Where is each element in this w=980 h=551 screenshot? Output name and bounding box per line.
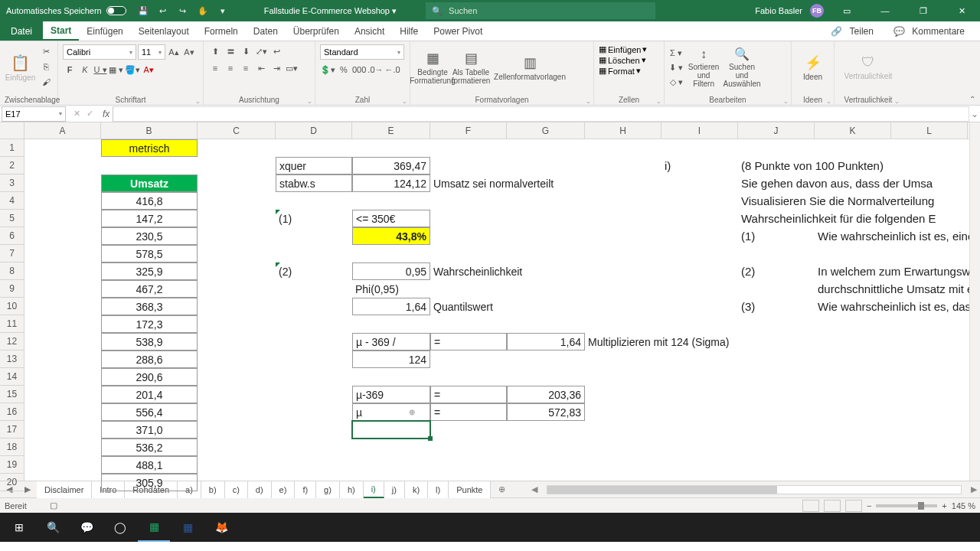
col-header[interactable]: H (585, 122, 662, 139)
border-button[interactable]: ▦ ▾ (109, 63, 123, 77)
cell-E13[interactable]: 124 (352, 350, 430, 368)
indent-inc-icon[interactable]: ⇥ (270, 61, 283, 75)
row-header[interactable]: 17 (0, 421, 24, 439)
cell-B11[interactable]: 172,3 (101, 315, 198, 333)
cell-G12[interactable]: 1,64 (507, 333, 585, 350)
decrease-font-icon[interactable]: A▾ (182, 45, 196, 59)
cell-B9[interactable]: 467,2 (101, 280, 198, 298)
zoom-value[interactable]: 145 % (952, 501, 975, 510)
row-header[interactable]: 20 (0, 474, 24, 491)
cell-B18[interactable]: 536,2 (101, 439, 198, 456)
tab-data[interactable]: Daten (246, 21, 286, 41)
cell-styles-button[interactable]: ▥Zellenformatvorlagen (492, 44, 568, 90)
cell-G15[interactable]: 203,36 (507, 386, 585, 403)
row-header[interactable]: 7 (0, 245, 24, 262)
col-header[interactable]: C (198, 122, 276, 139)
cell-B12[interactable]: 538,9 (101, 333, 198, 350)
cell-E5[interactable]: <= 350€ (352, 210, 430, 227)
cell-B3[interactable]: Umsatz (101, 174, 198, 192)
cell-D5[interactable]: (1) (276, 210, 352, 227)
sheet-tab[interactable]: i) (364, 481, 384, 498)
cell-D3[interactable]: stabw.s (276, 174, 352, 192)
cell-D8[interactable]: (2) (276, 262, 352, 280)
cell-E10[interactable]: 1,64 (352, 298, 430, 315)
cell-E3[interactable]: 124,12 (352, 174, 430, 192)
tab-insert[interactable]: Einfügen (79, 21, 130, 41)
taskbar-app2-icon[interactable]: ◯ (104, 513, 136, 542)
bold-button[interactable]: F (63, 63, 77, 77)
orientation-icon[interactable]: ⤢▾ (254, 44, 268, 58)
sort-filter-button[interactable]: ↕Sortieren und Filtern (686, 44, 721, 90)
comments-button[interactable]: 💬 Kommentare (889, 26, 974, 37)
cell-F16[interactable]: = (430, 403, 507, 421)
tab-layout[interactable]: Seitenlayout (131, 21, 197, 41)
sheet-tab[interactable]: e) (272, 481, 296, 498)
ribbon-mode-icon[interactable]: ▭ (831, 0, 862, 21)
horizontal-scrollbar[interactable] (547, 485, 962, 494)
row-header[interactable]: 2 (0, 157, 24, 174)
row-header[interactable]: 15 (0, 386, 24, 403)
row-header[interactable]: 19 (0, 456, 24, 474)
cell-B8[interactable]: 325,9 (101, 262, 198, 280)
minimize-icon[interactable]: — (870, 0, 900, 21)
row-header[interactable]: 14 (0, 368, 24, 386)
fx-icon[interactable]: fx (100, 109, 113, 119)
cell-F10[interactable]: Quantilswert (430, 298, 553, 315)
row-header[interactable]: 16 (0, 403, 24, 421)
fill-color-button[interactable]: 🪣▾ (125, 63, 140, 77)
sheet-tab[interactable]: f) (295, 481, 316, 498)
cell-B15[interactable]: 201,4 (101, 386, 198, 403)
cell-E16[interactable]: µ (352, 403, 430, 421)
cell-F12[interactable]: = (430, 333, 507, 350)
cell-B20[interactable]: 305,9 (101, 474, 198, 491)
cell-B1[interactable]: metrisch (101, 139, 198, 157)
insert-cells-button[interactable]: ▦ Einfügen ▾ (599, 44, 647, 54)
cell-B7[interactable]: 578,5 (101, 245, 198, 262)
touch-icon[interactable]: ✋ (197, 5, 209, 17)
col-header[interactable]: E (352, 122, 430, 139)
cell-B4[interactable]: 416,8 (101, 192, 198, 210)
taskbar-search-icon[interactable]: 🔍 (37, 513, 69, 542)
cell-B14[interactable]: 290,6 (101, 368, 198, 386)
col-header[interactable]: K (815, 122, 891, 139)
col-header[interactable]: I (662, 122, 738, 139)
enter-formula-icon[interactable]: ✓ (87, 109, 93, 119)
user-avatar[interactable]: FB (810, 4, 824, 18)
cut-icon[interactable]: ✂ (39, 44, 53, 58)
tab-review[interactable]: Überprüfen (286, 21, 347, 41)
sheet-tab[interactable]: g) (316, 481, 340, 498)
number-format-combo[interactable]: Standard▾ (320, 44, 404, 60)
inc-decimal-icon[interactable]: .0→ (368, 63, 383, 77)
sensitivity-button[interactable]: 🛡Vertraulichkeit (839, 44, 897, 90)
taskbar-firefox-icon[interactable]: 🦊 (205, 513, 237, 542)
record-macro-icon[interactable]: ▢ (50, 500, 57, 510)
sheet-tab[interactable]: b) (201, 481, 225, 498)
tab-formulas[interactable]: Formeln (197, 21, 246, 41)
row-header[interactable]: 4 (0, 192, 24, 210)
vertical-scrollbar[interactable] (969, 122, 980, 481)
maximize-icon[interactable]: ❐ (908, 0, 939, 21)
find-select-button[interactable]: 🔍Suchen und Auswählen (724, 44, 760, 90)
view-layout-icon[interactable] (824, 500, 841, 512)
col-header[interactable]: D (276, 122, 352, 139)
cell-E2[interactable]: 369,47 (352, 157, 430, 174)
cell-E8[interactable]: 0,95 (352, 262, 430, 280)
col-header[interactable]: A (24, 122, 101, 139)
hscroll-right[interactable]: ▶ (968, 484, 980, 494)
close-icon[interactable]: ✕ (946, 0, 977, 21)
chevron-down-icon[interactable]: ▾ (217, 5, 229, 17)
cell-E6[interactable]: 43,8% (352, 227, 430, 245)
select-all-corner[interactable] (0, 122, 24, 139)
cell-G16[interactable]: 572,83 (507, 403, 585, 421)
autosum-icon[interactable]: Σ ▾ (669, 46, 683, 60)
col-header[interactable]: L (891, 122, 968, 139)
zoom-in-icon[interactable]: + (942, 501, 946, 510)
cell-D2[interactable]: xquer (276, 157, 352, 174)
sheet-tab[interactable]: c) (225, 481, 248, 498)
currency-icon[interactable]: 💲▾ (320, 63, 335, 77)
save-icon[interactable]: 💾 (137, 5, 149, 17)
sheet-tab[interactable]: k) (405, 481, 428, 498)
cell-E9[interactable]: Phi(0,95) (352, 280, 430, 298)
row-header[interactable]: 11 (0, 315, 24, 333)
format-painter-icon[interactable]: 🖌 (39, 75, 53, 89)
